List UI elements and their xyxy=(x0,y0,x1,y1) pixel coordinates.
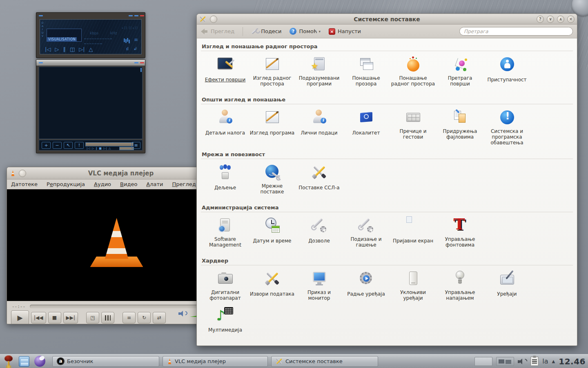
next-button[interactable]: ▶▶| xyxy=(63,312,78,323)
add-button[interactable]: + xyxy=(42,142,51,149)
settings-item-shortcuts-gestures[interactable]: Пречице и гестови xyxy=(390,107,437,148)
settings-item-wrench-gear[interactable]: Дозволе xyxy=(296,215,343,251)
settings-item-font-management[interactable]: Управљање фонтовима xyxy=(437,215,483,251)
tray-expander-icon[interactable]: ▲ xyxy=(552,359,555,364)
minimize-button[interactable]: ∨ xyxy=(547,16,554,23)
shuffle-button[interactable]: ⇄ xyxy=(153,312,166,323)
settings-item-accessibility[interactable]: Приступачност xyxy=(483,54,530,90)
volume-tray-icon[interactable] xyxy=(518,358,527,365)
settings-item-monitor-pencil[interactable]: Изглед радног простора xyxy=(249,54,296,90)
pause-button[interactable]: ‖ xyxy=(63,46,66,52)
pager-desktop-2[interactable] xyxy=(496,357,514,366)
pager-desktop-1[interactable] xyxy=(474,357,492,366)
settings-item-default-applications[interactable]: Подразумевани програми xyxy=(296,54,343,90)
quit-button[interactable]: × Напусти xyxy=(329,28,361,35)
settings-item-notifications[interactable]: Системска и програмска обавештења xyxy=(483,107,530,148)
menu-media[interactable]: Датотеке xyxy=(11,181,38,187)
play-button[interactable]: ▷ xyxy=(55,46,59,52)
settings-item-date-time[interactable]: Датум и време xyxy=(249,215,296,251)
next-button[interactable]: ▷| xyxy=(79,46,85,52)
settings-item-crossed-tools[interactable]: Поставке ССЛ-а xyxy=(296,162,343,197)
file-manager-launcher[interactable] xyxy=(18,355,30,368)
system-settings-window[interactable]: Системске поставке ?∨∧× Преглед Подеси ?… xyxy=(196,13,577,346)
settings-item-digital-camera[interactable]: Дигитални фотоапарат xyxy=(202,268,249,304)
balance-slider[interactable] xyxy=(84,43,102,44)
menu-view[interactable]: Преглед xyxy=(172,181,196,187)
fullscreen-button[interactable]: ◳ xyxy=(86,312,99,323)
volume-slider[interactable] xyxy=(84,38,112,39)
playlist-menu-dash[interactable] xyxy=(39,62,43,63)
playlist-scrollbar[interactable] xyxy=(140,68,142,72)
audacious-shade-dash[interactable] xyxy=(134,15,138,16)
playlist-seek-slider[interactable] xyxy=(85,142,134,146)
settings-item-device-actions[interactable]: Радње уређаја xyxy=(343,268,390,304)
playlist-list-button[interactable]: ≡ xyxy=(131,142,140,149)
settings-item-desktop-search[interactable]: Претрага површи xyxy=(437,54,483,90)
browser-launcher[interactable] xyxy=(33,355,46,368)
open-button[interactable]: ◫ xyxy=(70,46,75,52)
previous-button[interactable]: |◁ xyxy=(45,46,51,52)
settings-item-screen[interactable]: Приказ и монитор xyxy=(296,268,343,304)
audacious-clutterbar[interactable]: OAIDV xyxy=(41,21,44,38)
settings-item-workspace-behavior[interactable]: Понашање радног простора xyxy=(390,54,437,90)
settings-item-login-screen[interactable]: Пријавни екран xyxy=(390,215,437,251)
menu-audio[interactable]: Аудио xyxy=(94,181,111,187)
settings-item-desktop-effects[interactable]: Ефекти површи xyxy=(202,54,249,90)
clipboard-tray-icon[interactable] xyxy=(530,357,539,366)
clock[interactable]: 12.46 xyxy=(559,357,586,366)
settings-item-removable-devices[interactable]: Уклоњиви уређаји xyxy=(390,268,437,304)
app-menu-launcher[interactable] xyxy=(2,355,15,368)
taskbar-task-systemsettings[interactable]: Системске поставке xyxy=(271,356,378,367)
help-button[interactable]: ? Помоћ ▾ xyxy=(290,28,321,35)
settings-item-software-management[interactable]: Software Management xyxy=(202,215,249,251)
overview-button[interactable]: Преглед xyxy=(201,28,234,35)
stop-button[interactable]: ■ xyxy=(48,312,61,323)
configure-button[interactable]: Подеси xyxy=(251,28,281,35)
settings-item-network-settings[interactable]: Мрежне поставке xyxy=(249,162,296,197)
playlist-button[interactable]: ≡ xyxy=(122,312,136,323)
previous-button[interactable]: |◀◀ xyxy=(31,312,46,323)
keyboard-layout-indicator[interactable]: la xyxy=(542,357,548,365)
extended-settings-button[interactable] xyxy=(101,312,114,323)
playlist-icon[interactable]: ≡ xyxy=(134,37,138,43)
audacious-main-window[interactable]: OAIDV VISUALISATION kbps kHz ∙)) ((∙)) ≡… xyxy=(36,12,145,58)
settings-item-sharing[interactable]: Дељење xyxy=(202,162,249,197)
menu-playback[interactable]: Репродукција xyxy=(47,181,85,187)
settings-item-person-info[interactable]: Детаљи налога xyxy=(202,107,249,148)
select-button[interactable]: ↖ xyxy=(64,142,73,149)
audacious-titlebar[interactable] xyxy=(36,13,145,18)
equalizer-toggle-button[interactable]: ıl xyxy=(126,46,129,52)
settings-item-monitor-pencil[interactable]: Изглед програма xyxy=(249,107,296,148)
playlist-mini-transport[interactable]: |◁ ▷ ‖ ■ ▷| △ xyxy=(87,147,111,150)
search-input[interactable] xyxy=(459,27,573,36)
play-button[interactable]: ▶ xyxy=(11,310,29,324)
help-button[interactable]: ? xyxy=(537,16,544,23)
settings-item-window-behavior[interactable]: Понашање прозора xyxy=(343,54,390,90)
taskbar-task-audacious[interactable]: aБезочник xyxy=(52,356,159,367)
taskbar-task-vlc[interactable]: VLC медија плејер xyxy=(163,356,268,367)
menu-video[interactable]: Видео xyxy=(120,181,137,187)
audacious-playlist-window[interactable]: |◁ ▷ ‖ ■ ▷| △ ≡ +−↖! xyxy=(36,59,145,153)
close-button[interactable]: × xyxy=(567,16,575,23)
system-settings-titlebar[interactable]: Системске поставке ?∨∧× xyxy=(197,14,577,25)
remove-button[interactable]: − xyxy=(53,142,62,149)
settings-item-person-info[interactable]: Лични подаци xyxy=(296,107,343,148)
settings-item-locale[interactable]: Локалитет xyxy=(343,107,390,148)
menu-tools[interactable]: Алати xyxy=(146,181,163,187)
audacious-menu-dash[interactable] xyxy=(39,15,43,16)
settings-item-input-devices[interactable]: Уређаји xyxy=(483,268,530,304)
eject-button[interactable]: △ xyxy=(89,46,93,52)
loop-button[interactable]: ↻ xyxy=(138,312,151,323)
settings-item-crossed-tools[interactable]: Извори података xyxy=(249,268,296,304)
speaker-icon[interactable] xyxy=(178,310,187,317)
audacious-close-dash[interactable] xyxy=(140,15,144,16)
misc-button[interactable]: ! xyxy=(75,142,84,149)
maximize-button[interactable]: ∧ xyxy=(557,16,564,23)
playlist-toggle-button[interactable]: ↲ xyxy=(134,46,137,52)
equalizer-bars-icon[interactable] xyxy=(124,38,125,42)
audacious-minimize-dash[interactable] xyxy=(129,15,133,16)
settings-item-multimedia[interactable]: Мултимедија xyxy=(202,304,249,336)
playlist-close-dash[interactable] xyxy=(140,62,144,63)
audacious-visualization[interactable]: VISUALISATION xyxy=(47,29,82,42)
settings-item-file-associations[interactable]: Придружења фајловима xyxy=(437,107,483,148)
